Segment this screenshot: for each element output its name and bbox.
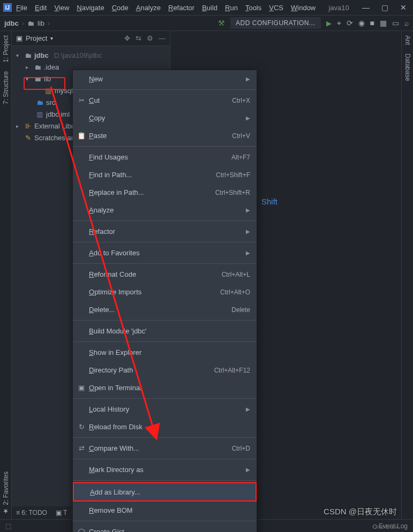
side-tab-database[interactable]: Database [403,49,412,85]
context-menu-item[interactable]: Add as Library... [73,482,257,501]
menu-file[interactable]: File [16,4,27,12]
menu-window[interactable]: Window [291,4,316,12]
menu-shortcut: Ctrl+X [232,97,250,104]
menu-lead-icon: 📋 [77,132,86,140]
context-menu-item[interactable]: New▶ [73,70,257,88]
close-button[interactable]: ✕ [400,3,407,12]
library-icon: ⊪ [24,122,32,130]
status-left: ⬚ [5,522,11,530]
chevron-right-icon[interactable]: ▸ [16,123,21,129]
context-menu-item[interactable]: Add to Favorites▶ [73,244,257,262]
breadcrumb: jdbc › 🖿 lib › [4,19,50,27]
profile-icon[interactable]: ◉ [358,19,365,27]
menu-analyze[interactable]: Analyze [136,4,161,12]
context-menu-item[interactable]: ▣Open in Terminal [73,379,257,397]
title-right: java10 [328,4,349,12]
context-menu-item[interactable]: Show in Explorer [73,344,257,361]
tree-root[interactable]: ▾ 🖿 jdbc D:\java109\jdbc [12,49,170,61]
context-menu-item[interactable]: Build Module 'jdbc' [73,322,257,340]
window-title-trail: java10 [328,4,349,12]
context-menu-item[interactable]: Remove BOM [73,501,257,519]
theme-label: One Dark [373,523,398,530]
menu-shortcut: Ctrl+Alt+L [222,271,250,278]
context-menu-item[interactable]: Find UsagesAlt+F7 [73,148,257,166]
menu-vcs[interactable]: VCS [269,4,283,12]
menu-code[interactable]: Code [112,4,129,12]
context-menu-separator [73,521,257,521]
main-menu: FileEditViewNavigateCodeAnalyzeRefactorB… [16,4,316,12]
toolbar: jdbc › 🖿 lib › ⚒ ADD CONFIGURATION... ▶ … [0,15,413,31]
breadcrumb-root[interactable]: jdbc [4,19,19,27]
menu-shortcut: Ctrl+Shift+F [216,171,250,179]
side-tab-structure[interactable]: 7: Structure [1,67,11,109]
context-menu-separator [73,221,257,221]
menu-shortcut: Ctrl+Alt+F12 [214,367,250,374]
menu-edit[interactable]: Edit [35,4,47,12]
context-menu-item[interactable]: ↻Reload from Disk [73,418,257,436]
debug-icon[interactable]: ⌖ [337,19,341,28]
hide-icon[interactable]: — [159,34,166,42]
menu-build[interactable]: Build [202,4,217,12]
side-tab-favorites[interactable]: ★2: Favorites [1,467,11,519]
project-panel-title[interactable]: Project [26,34,47,42]
context-menu-item[interactable]: Refactor▶ [73,223,257,240]
context-menu-item[interactable]: Copy▶ [73,109,257,127]
collapse-icon[interactable]: ⇆ [136,34,141,42]
coverage-icon[interactable]: ⟳ [347,19,353,27]
context-menu-item[interactable]: Directory PathCtrl+Alt+F12 [73,361,257,379]
run-icon[interactable]: ▶ [326,19,332,27]
menu-shortcut: Ctrl+V [232,132,250,140]
menu-view[interactable]: View [54,4,69,12]
context-menu-item[interactable]: Replace in Path...Ctrl+Shift+R [73,184,257,201]
context-menu-separator [73,263,257,264]
menu-tools[interactable]: Tools [245,4,261,12]
project-panel-header: ▣ Project ▾ ✥ ⇆ ⚙ — [12,31,170,46]
menu-lead-icon: ⇄ [77,444,86,452]
add-configuration-button[interactable]: ADD CONFIGURATION... [230,17,320,29]
chevron-right-icon: ▶ [246,229,250,234]
bottom-tab-terminal[interactable]: ▣ T [56,509,67,516]
watermark: CSDN @日夜无休时 [324,507,397,517]
menu-navigate[interactable]: Navigate [77,4,104,12]
context-menu-item[interactable]: ✂CutCtrl+X [73,92,257,109]
context-menu-item[interactable]: Mark Directory as▶ [73,461,257,478]
context-menu: New▶✂CutCtrl+XCopy▶📋PasteCtrl+VFind Usag… [72,70,257,532]
chevron-right-icon[interactable]: ▸ [26,64,31,70]
context-menu-separator [73,146,257,147]
context-menu-item[interactable]: Optimize ImportsCtrl+Alt+O [73,283,257,301]
layout-icon[interactable]: ▭ [392,19,399,27]
side-tab-ant[interactable]: Ant [403,31,412,49]
git-icon[interactable]: ▦ [380,19,387,27]
context-menu-item[interactable]: ◯Create Gist... [73,523,257,532]
chevron-right-icon: ▶ [246,250,250,256]
maximize-button[interactable]: ▢ [381,3,388,12]
context-menu-item[interactable]: Local History▶ [73,400,257,418]
context-menu-item[interactable]: 📋PasteCtrl+V [73,127,257,145]
breadcrumb-sep-icon: › [48,19,50,27]
chevron-down-icon[interactable]: ▾ [16,52,21,58]
minimize-button[interactable]: — [362,3,370,12]
menu-refactor[interactable]: Refactor [168,4,194,12]
breadcrumb-sep-icon: › [22,19,24,27]
build-icon[interactable]: ⚒ [218,19,225,27]
menu-shortcut: Ctrl+Alt+O [220,288,250,296]
stop-icon[interactable]: ■ [370,19,374,27]
side-tab-project[interactable]: 1: Project [1,31,11,67]
context-menu-separator [73,89,257,90]
context-menu-item[interactable]: Reformat CodeCtrl+Alt+L [73,265,257,283]
context-menu-item[interactable]: Delete...Delete [73,301,257,318]
bottom-tab-todo[interactable]: ≡ 6: TODO [16,509,47,516]
breadcrumb-child[interactable]: lib [37,19,44,27]
context-menu-separator [73,320,257,321]
gear-icon[interactable]: ⚙ [147,34,153,42]
chevron-right-icon: ▶ [246,207,250,213]
context-menu-item[interactable]: Find in Path...Ctrl+Shift+F [73,166,257,184]
dropdown-icon[interactable]: ▾ [50,35,53,41]
context-menu-item[interactable]: ⇄Compare With...Ctrl+D [73,439,257,457]
context-menu-item[interactable]: Analyze▶ [73,201,257,219]
search-icon[interactable]: ⌕ [404,19,409,27]
menu-run[interactable]: Run [225,4,238,12]
bottom-tool-tabs: ≡ 6: TODO ▣ T [12,506,71,519]
target-icon[interactable]: ✥ [124,34,130,42]
source-folder-icon: 🖿 [35,98,44,107]
